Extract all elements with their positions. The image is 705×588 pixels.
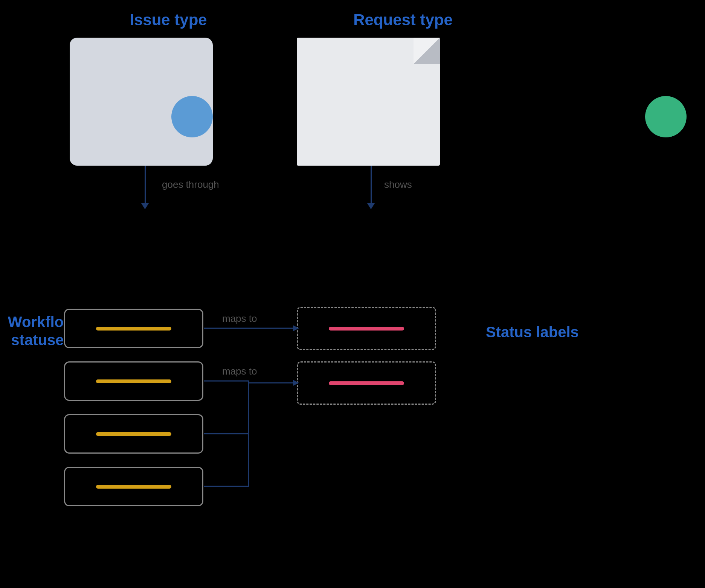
issue-type-circle [171, 96, 213, 137]
workflow-box-4 [64, 467, 203, 506]
workflow-box-1 [64, 309, 203, 348]
issue-type-box [70, 38, 213, 166]
arrow-head-request [367, 203, 375, 209]
arrow-issue-down [141, 166, 149, 209]
request-type-circle [645, 96, 687, 137]
status-box-1 [297, 307, 436, 350]
issue-type-label: Issue type [124, 11, 213, 29]
arrow-request-down [367, 166, 375, 209]
status-labels-label: Status labels [486, 324, 579, 341]
workflow-bar-1 [96, 327, 171, 331]
status-bar-1 [329, 327, 404, 331]
arrow-head-issue [141, 203, 149, 209]
arrow-line-issue [145, 166, 146, 203]
workflow-bar-4 [96, 485, 171, 489]
workflow-box-3 [64, 414, 203, 454]
svg-text:maps to: maps to [222, 366, 257, 377]
workflow-bar-2 [96, 379, 171, 383]
shows-label: shows [384, 179, 412, 190]
svg-text:maps to: maps to [222, 313, 257, 324]
status-bar-2 [329, 381, 404, 385]
goes-through-label: goes through [162, 179, 219, 190]
diagram-container: Issue type Request type goes through sho… [0, 0, 705, 588]
request-type-label: Request type [350, 11, 456, 29]
status-box-2 [297, 361, 436, 405]
arrow-line-request [371, 166, 372, 203]
workflow-bar-3 [96, 432, 171, 436]
workflow-box-2 [64, 361, 203, 401]
request-type-box [297, 38, 440, 166]
